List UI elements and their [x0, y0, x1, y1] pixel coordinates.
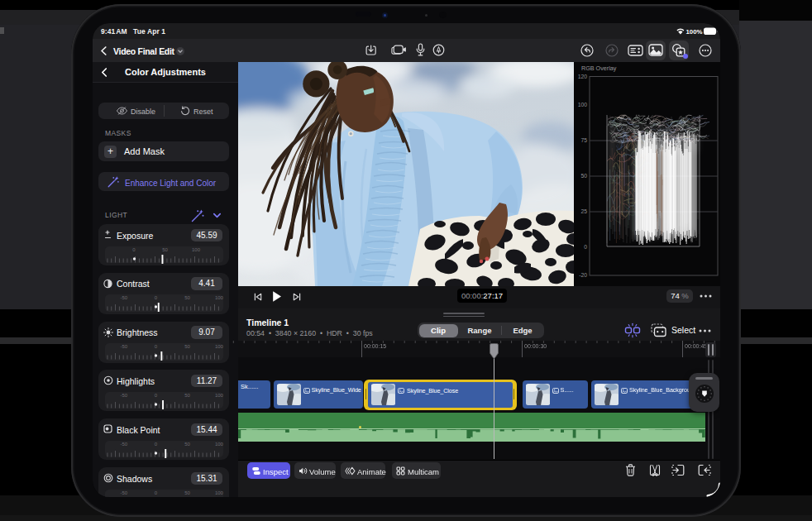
svg-text:RGB Overlay: RGB Overlay [581, 65, 617, 72]
svg-text:00:00:30: 00:00:30 [524, 343, 547, 349]
svg-text:00:00:45: 00:00:45 [685, 343, 707, 349]
svg-text:75: 75 [580, 137, 587, 143]
svg-text:0: 0 [584, 244, 587, 250]
svg-text:00:00:15: 00:00:15 [364, 343, 386, 349]
svg-text:100: 100 [578, 102, 588, 108]
svg-text:50: 50 [580, 173, 587, 179]
svg-text:25: 25 [580, 208, 587, 214]
svg-text:-20: -20 [579, 272, 587, 278]
svg-text:120: 120 [578, 74, 588, 79]
